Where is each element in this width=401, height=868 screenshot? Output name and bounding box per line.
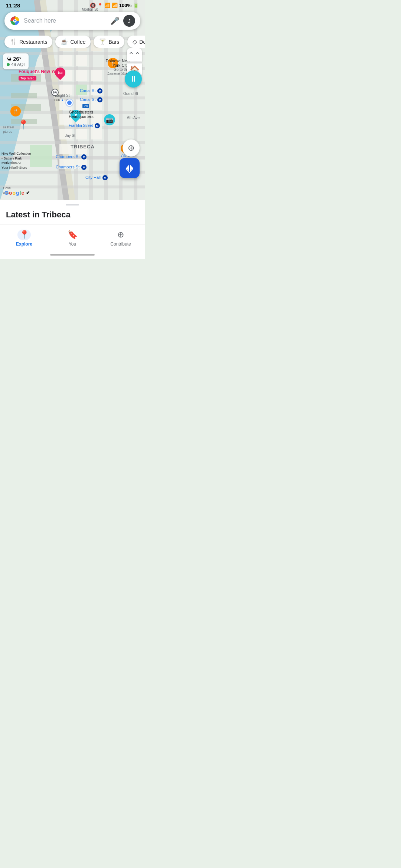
svg-rect-45 [11, 93, 37, 98]
category-pill-bars[interactable]: 🍸 Bars [94, 36, 124, 48]
status-bar: 11:28 🔇 📍 📶 📶 100% 🔋 [0, 0, 145, 10]
pause-icon: ⏸ [129, 74, 137, 84]
user-avatar[interactable]: J [123, 15, 135, 27]
svg-rect-6 [104, 0, 108, 200]
bottom-handle[interactable] [66, 204, 79, 206]
bars-icon: 🍸 [99, 38, 106, 45]
fouquets-label: Fouquet's New York Top rated [19, 69, 61, 81]
pause-button[interactable]: ⏸ [125, 70, 142, 88]
chambers-st-label-1: Chambers St M [56, 154, 87, 160]
you-icon-wrap: 🔖 [66, 230, 79, 240]
coffee-label: Coffee [70, 39, 85, 45]
home-indicator-bar [0, 250, 145, 259]
explore-icon: 📍 [19, 230, 29, 240]
contribute-icon: ⊕ [117, 230, 124, 240]
canal-st-label-2: Canal St M [80, 97, 102, 102]
search-bar[interactable]: Search here 🎤 J [4, 12, 140, 30]
category-pill-deals[interactable]: ◇ De... [127, 36, 145, 48]
location-active-icon: 📍 [97, 3, 103, 8]
franklin-st-label: Franklin Street M [69, 123, 100, 128]
user-location-dot [66, 99, 73, 106]
bottom-panel: Latest in Tribeca [0, 200, 145, 224]
nav-item-explore[interactable]: 📍 Explore [0, 228, 48, 248]
deals-icon: ◇ [133, 38, 137, 45]
canal-st-label-1: Canal St M [80, 88, 102, 93]
coffee-icon: ☕ [61, 38, 68, 45]
status-icons: 🔇 📍 📶 📶 100% 🔋 [90, 3, 139, 8]
category-pills: 🍴 Restaurants ☕ Coffee 🍸 Bars ◇ De... [0, 36, 145, 48]
svg-rect-16 [0, 141, 145, 144]
jay-st-label: Jay St [65, 134, 75, 138]
svg-rect-19 [0, 185, 145, 188]
bars-label: Bars [108, 39, 119, 45]
restaurants-label: Restaurants [19, 39, 47, 45]
latest-title: Latest in Tribeca [6, 210, 139, 224]
svg-rect-24 [76, 55, 87, 66]
camera-icon: 📷 [106, 116, 113, 124]
city-hall-label: City Hall M [85, 175, 108, 180]
aqi-value: 49 AQI [11, 62, 25, 67]
chambers-st-label-2: Chambers St M [56, 165, 87, 170]
svg-rect-12 [0, 82, 145, 85]
mute-icon: 🔇 [90, 3, 96, 8]
svg-rect-26 [76, 70, 87, 81]
google-maps-logo [10, 16, 20, 26]
category-pill-restaurants[interactable]: 🍴 Restaurants [4, 36, 52, 48]
google-logo: Google ✔ [4, 190, 30, 196]
bottom-nav: 📍 Explore 🔖 You ⊕ Contribute [0, 224, 145, 250]
svg-rect-27 [91, 70, 102, 81]
contribute-label: Contribute [110, 241, 131, 247]
navigation-fab[interactable]: ◇ [120, 158, 140, 178]
explore-label: Explore [16, 241, 32, 247]
nike-logo: ✔ [26, 190, 30, 195]
grand-st-label: Grand St [123, 92, 138, 96]
photo-sphere-marker[interactable]: 📷 [104, 114, 115, 125]
route-78-badge: 78 [82, 102, 89, 109]
nav-arrow-icon [124, 162, 135, 174]
nav-item-you[interactable]: 🔖 You [48, 228, 97, 248]
signal-icon: 📶 [112, 3, 118, 8]
dainese-label: Dainese New York Cit... Go to th... Dain… [106, 59, 130, 76]
real-captures-label: ss Realptures [3, 125, 14, 134]
restaurants-icon: 🍴 [10, 38, 17, 45]
hub-st-label: Hub● St [54, 98, 68, 102]
aqi-dot [7, 63, 10, 66]
nike-label: Nike Well Collective - Battery Park Moti… [1, 151, 31, 170]
battery-icon: 🔋 [133, 3, 139, 8]
zoom-up-button[interactable]: ⌃⌃ [127, 48, 142, 62]
contribute-icon-wrap: ⊕ [114, 230, 127, 240]
locate-me-button[interactable]: ⊕ [123, 139, 140, 157]
map-area[interactable]: 🌤 26° 49 AQI ⌃⌃ 🏠 ⏸ 🛏 Fouquet's New York… [0, 0, 145, 200]
weather-icon: 🌤 [7, 56, 12, 62]
tribeca-area-label: TRIBECA [71, 144, 95, 149]
wifi-icon: 📶 [104, 3, 110, 8]
category-pill-coffee[interactable]: ☕ Coffee [55, 36, 91, 48]
weather-temp: 26° [13, 56, 22, 62]
svg-rect-23 [59, 55, 72, 66]
route-9a-badge: 9A [51, 88, 59, 96]
cove-label: Cove [3, 186, 11, 190]
deals-label: De... [139, 39, 145, 45]
you-label: You [69, 241, 76, 247]
crosshair-icon: ⊕ [128, 143, 134, 153]
chevron-up-double-icon: ⌃⌃ [128, 50, 141, 59]
home-indicator [50, 254, 95, 256]
weather-aqi: 49 AQI [7, 62, 25, 67]
6th-ave-label: 6th Ave [127, 116, 140, 120]
svg-rect-37 [76, 129, 87, 139]
weather-widget: 🌤 26° 49 AQI [3, 53, 29, 69]
battery-text: 100% [119, 3, 131, 8]
nav-item-contribute[interactable]: ⊕ Contribute [97, 228, 145, 248]
restaurant-poi-marker[interactable]: 🍴 [10, 106, 21, 116]
ghostbusters-label: Ghostbusters Headquarters [69, 110, 94, 119]
svg-rect-43 [30, 145, 52, 167]
search-input[interactable]: Search here [24, 17, 107, 24]
status-time: 11:28 [6, 2, 20, 9]
real-captures-marker[interactable]: 📍 [18, 119, 29, 130]
explore-icon-wrap: 📍 [17, 230, 31, 240]
microphone-icon[interactable]: 🎤 [110, 16, 120, 25]
bookmark-icon: 🔖 [68, 230, 78, 240]
